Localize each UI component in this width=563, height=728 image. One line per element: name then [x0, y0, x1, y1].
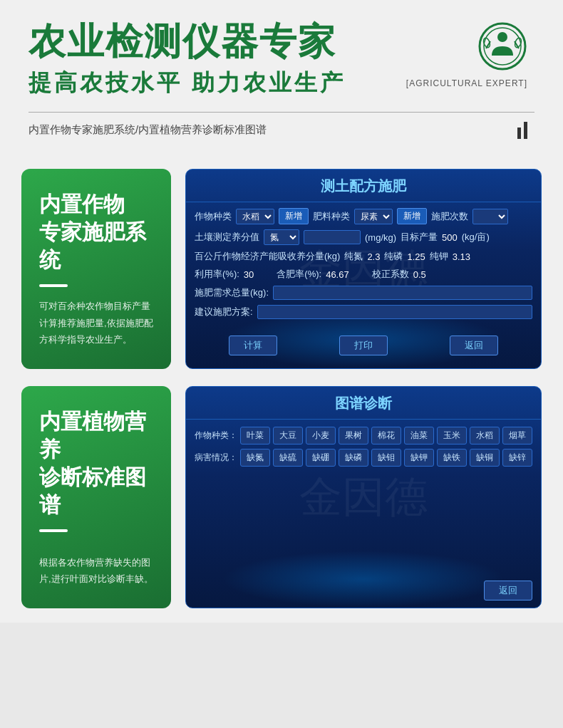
back-button-1[interactable]: 返回 — [450, 336, 498, 355]
calc-button[interactable]: 计算 — [229, 336, 277, 355]
crop-tag-8[interactable]: 烟草 — [502, 427, 532, 444]
header-section: 农业检测仪器专家 提高农技水平 助力农业生产 [AGRICULTURAL EXP… — [0, 0, 563, 155]
demand-input[interactable] — [273, 286, 532, 300]
crop-select[interactable]: 水稻 — [236, 209, 274, 224]
blue-panel-1: 金因德 测土配方施肥 作物种类 水稻 新增 肥料种类 尿素 — [185, 169, 542, 369]
panel1-actions: 计算 打印 返回 — [186, 330, 541, 363]
panel2-body: 作物种类： 叶菜 大豆 小麦 果树 棉花 油菜 玉米 水稻 烟草 病害情况： — [186, 420, 541, 578]
crop-tag-3[interactable]: 果树 — [339, 427, 368, 444]
hundred-kg-label: 百公斤作物经济产能吸收养分量(kg) — [195, 250, 340, 263]
green-card-2-desc: 根据各农作物营养缺失的图片,进行叶面对比诊断丰缺。 — [39, 554, 153, 588]
crop-tag-6[interactable]: 玉米 — [437, 427, 467, 444]
header-divider — [29, 112, 534, 113]
green-card-1-desc: 可对百余种农作物目标产量计算推荐施肥量,依据施肥配方科学指导农业生产。 — [39, 298, 153, 348]
add-fertilizer-button[interactable]: 新增 — [397, 208, 427, 224]
target-unit: (kg/亩) — [462, 231, 490, 244]
contain-value: 46.67 — [326, 269, 349, 280]
disease-tag-0[interactable]: 缺氮 — [240, 449, 270, 467]
panel1-body: 作物种类 水稻 新增 肥料种类 尿素 新增 施肥次数 — [186, 202, 541, 330]
disease-tag-5[interactable]: 缺钾 — [404, 449, 434, 467]
crop-tag-4[interactable]: 棉花 — [371, 427, 401, 444]
disease-tag-3[interactable]: 缺磷 — [339, 449, 368, 467]
back-button-2[interactable]: 返回 — [484, 581, 532, 600]
disease-tag-8[interactable]: 缺锌 — [502, 449, 532, 467]
image-area — [195, 471, 532, 571]
signal-bars — [517, 122, 527, 139]
crop-tag-2[interactable]: 小麦 — [306, 427, 336, 444]
disease-tag-1[interactable]: 缺硫 — [273, 449, 303, 467]
panel1-row-4: 利用率(%): 30 含肥率(%): 46.67 校正系数 0.5 — [195, 268, 532, 281]
soil-label: 土壤测定养分值 — [195, 231, 259, 244]
content-section: 内置作物 专家施肥系统 可对百余种农作物目标产量计算推荐施肥量,依据施肥配方科学… — [0, 155, 563, 623]
green-card-1-divider — [39, 284, 68, 287]
p-value: 1.25 — [407, 251, 425, 262]
fertilizer-label: 肥料种类 — [313, 210, 350, 223]
blue-panel-2: 金因德 图谱诊断 作物种类： 叶菜 大豆 小麦 果树 棉花 油菜 玉米 水稻 — [185, 386, 542, 608]
header-tag: [AGRICULTURAL EXPERT] — [406, 78, 527, 88]
correct-label: 校正系数 — [372, 268, 409, 281]
panel2-actions: 返回 — [186, 578, 541, 608]
k-value: 3.13 — [453, 251, 470, 262]
contain-label: 含肥率(%): — [277, 268, 321, 281]
disease-tag-4[interactable]: 缺钼 — [371, 449, 401, 467]
disease-tag-6[interactable]: 缺铁 — [437, 449, 467, 467]
fertilizer-select[interactable]: 尿素 — [354, 209, 393, 224]
demand-label: 施肥需求总量(kg): — [195, 286, 269, 299]
disease-tag-7[interactable]: 缺铜 — [470, 449, 500, 467]
times-select[interactable] — [472, 209, 508, 224]
panel1-row-5: 施肥需求总量(kg): — [195, 286, 532, 300]
green-card-1-title: 内置作物 专家施肥系统 — [39, 190, 153, 274]
header-desc: 内置作物专家施肥系统/内置植物营养诊断标准图谱 — [29, 120, 267, 140]
panel1-row-6: 建议施肥方案: — [195, 305, 532, 319]
green-card-2-divider — [39, 529, 68, 532]
crop-tag-7[interactable]: 水稻 — [470, 427, 500, 444]
print-button[interactable]: 打印 — [339, 336, 388, 355]
p-label: 纯磷 — [384, 250, 403, 263]
panel1-row-3: 百公斤作物经济产能吸收养分量(kg) 纯氮 2.3 纯磷 1.25 纯钾 3.1… — [195, 250, 532, 263]
green-card-1: 内置作物 专家施肥系统 可对百余种农作物目标产量计算推荐施肥量,依据施肥配方科学… — [21, 169, 171, 369]
page-wrapper: 农业检测仪器专家 提高农技水平 助力农业生产 [AGRICULTURAL EXP… — [0, 0, 563, 623]
suggest-label: 建议施肥方案: — [195, 306, 253, 318]
panel1-row-1: 作物种类 水稻 新增 肥料种类 尿素 新增 施肥次数 — [195, 208, 532, 224]
element-select[interactable]: 氮 — [264, 229, 299, 245]
green-card-2: 内置植物营养 诊断标准图谱 根据各农作物营养缺失的图片,进行叶面对比诊断丰缺。 — [21, 386, 171, 608]
svg-point-2 — [497, 32, 507, 42]
add-crop-button[interactable]: 新增 — [279, 208, 309, 224]
target-label: 目标产量 — [401, 231, 438, 244]
correct-value: 0.5 — [413, 269, 426, 280]
page-title: 农业检测仪器专家 — [29, 21, 534, 62]
rate-label: 利用率(%): — [195, 268, 239, 281]
n-value: 2.3 — [367, 251, 380, 262]
disease-tag-2[interactable]: 缺硼 — [306, 449, 336, 467]
suggest-input[interactable] — [257, 305, 532, 319]
n-label: 纯氮 — [344, 250, 363, 263]
soil-value-input[interactable] — [304, 230, 361, 244]
crop-tag-5[interactable]: 油菜 — [404, 427, 434, 444]
crop-label: 作物种类 — [195, 210, 232, 223]
panel2-disease-row: 病害情况： 缺氮 缺硫 缺硼 缺磷 缺钼 缺钾 缺铁 缺铜 缺锌 — [195, 449, 532, 467]
feature-row-1: 内置作物 专家施肥系统 可对百余种农作物目标产量计算推荐施肥量,依据施肥配方科学… — [21, 169, 542, 369]
crop-row-label: 作物种类： — [195, 430, 237, 442]
panel1-title: 测土配方施肥 — [186, 170, 541, 202]
header-logo — [477, 21, 527, 71]
panel1-row-2: 土壤测定养分值 氮 (mg/kg) 目标产量 500 (kg/亩) — [195, 229, 532, 245]
times-label: 施肥次数 — [431, 210, 468, 223]
panel2-crop-row: 作物种类： 叶菜 大豆 小麦 果树 棉花 油菜 玉米 水稻 烟草 — [195, 427, 532, 444]
soil-unit: (mg/kg) — [365, 232, 396, 243]
feature-row-2: 内置植物营养 诊断标准图谱 根据各农作物营养缺失的图片,进行叶面对比诊断丰缺。 … — [21, 386, 542, 608]
bar2 — [524, 122, 527, 139]
rate-value: 30 — [244, 269, 254, 280]
k-label: 纯钾 — [430, 250, 448, 263]
bar1 — [517, 128, 521, 139]
crop-tag-1[interactable]: 大豆 — [273, 427, 303, 444]
disease-row-label: 病害情况： — [195, 452, 237, 464]
green-card-2-title: 内置植物营养 诊断标准图谱 — [39, 407, 153, 519]
crop-tag-0[interactable]: 叶菜 — [240, 427, 270, 444]
target-value: 500 — [442, 232, 458, 243]
panel2-title: 图谱诊断 — [186, 387, 541, 420]
